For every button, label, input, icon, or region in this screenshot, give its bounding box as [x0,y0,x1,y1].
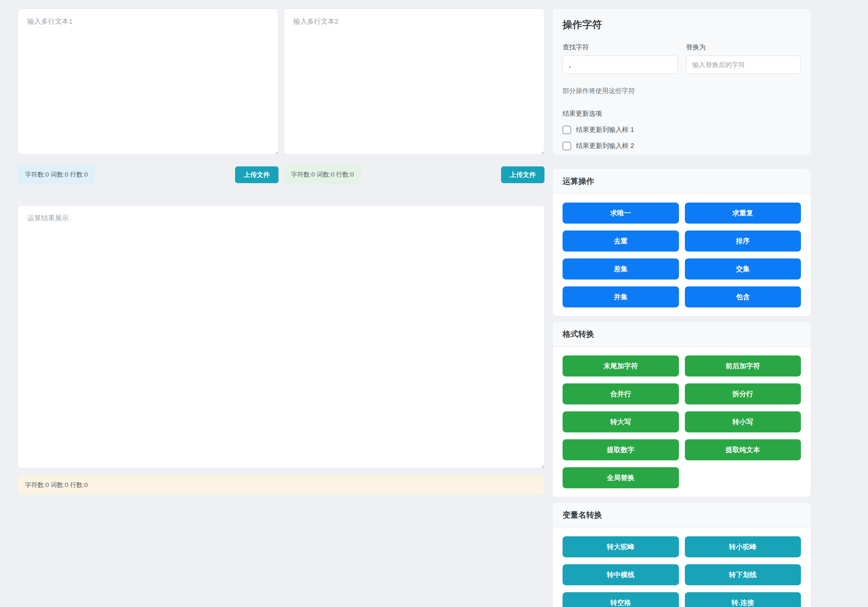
sidebar: 操作字符 查找字符 替换为 部分操作将使用这些字符 结果更新选项 结果更新到输入… [552,9,811,607]
result-output-textarea[interactable] [18,205,544,468]
upload-file-button-1[interactable]: 上传文件 [235,166,279,183]
variable-name-conversion-title: 变量名转换 [553,503,811,528]
action-button[interactable]: 合并行 [563,383,679,404]
action-button[interactable]: 求唯一 [563,203,679,224]
stats-badge-input2: 字符数:0 词数:0 行数:0 [284,165,361,184]
action-button[interactable]: 提取纯文本 [685,439,801,460]
action-button[interactable]: 转小写 [685,411,801,432]
section-card-format-conversion: 格式转换 末尾加字符前后加字符合并行拆分行转大写转小写提取数字提取纯文本全局替换 [552,321,811,497]
action-button[interactable]: 前后加字符 [685,356,801,377]
format-conversion-buttons: 末尾加字符前后加字符合并行拆分行转大写转小写提取数字提取纯文本全局替换 [553,347,811,497]
main-column: 字符数:0 词数:0 行数:0 上传文件 字符数:0 词数:0 行数:0 上传文… [18,9,544,607]
multiline-input-1[interactable] [18,9,279,155]
format-conversion-title: 格式转换 [553,321,811,347]
checkbox-input1-icon[interactable] [563,126,571,134]
char-operations-panel: 操作字符 查找字符 替换为 部分操作将使用这些字符 结果更新选项 结果更新到输入… [552,9,811,155]
find-field: 查找字符 [563,43,677,74]
char-operations-note: 部分操作将使用这些字符 [563,87,801,95]
action-button[interactable]: 求重复 [685,203,801,224]
action-button[interactable]: 转下划线 [685,564,801,585]
checkbox-input2-label: 结果更新到输入框 2 [576,141,634,150]
find-char-input[interactable] [563,56,677,74]
action-button[interactable]: 转空格 [563,592,679,607]
action-button[interactable]: 包含 [685,286,801,307]
input-column-1: 字符数:0 词数:0 行数:0 上传文件 [18,9,279,184]
multiline-input-2[interactable] [284,9,544,155]
app: 字符数:0 词数:0 行数:0 上传文件 字符数:0 词数:0 行数:0 上传文… [0,0,868,607]
action-button[interactable]: 并集 [563,286,679,307]
action-button[interactable]: 转中横线 [563,564,679,585]
section-card-set-operations: 运算操作 求唯一求重复去重排序差集交集并集包含 [552,168,811,316]
upload-file-button-2[interactable]: 上传文件 [501,166,544,183]
action-button[interactable]: 全局替换 [563,467,679,488]
variable-name-conversion-buttons: 转大驼峰转小驼峰转中横线转下划线转空格转.连接 [553,528,811,607]
result-update-options-label: 结果更新选项 [563,109,801,118]
action-button[interactable]: 末尾加字符 [563,356,679,377]
section-card-variable-name-conversion: 变量名转换 转大驼峰转小驼峰转中横线转下划线转空格转.连接 [552,502,811,607]
input-column-2: 字符数:0 词数:0 行数:0 上传文件 [284,9,544,184]
checkbox-input1-label: 结果更新到输入框 1 [576,125,634,134]
replace-field: 替换为 [686,43,801,74]
input2-toolbar: 字符数:0 词数:0 行数:0 上传文件 [284,165,544,184]
input1-toolbar: 字符数:0 词数:0 行数:0 上传文件 [18,165,279,184]
set-operations-buttons: 求唯一求重复去重排序差集交集并集包含 [553,194,811,316]
action-button[interactable]: 转大驼峰 [563,536,679,557]
replace-with-label: 替换为 [686,43,801,52]
action-button[interactable]: 转.连接 [685,592,801,607]
action-button[interactable]: 提取数字 [563,439,679,460]
update-to-input1-option[interactable]: 结果更新到输入框 1 [563,125,801,134]
action-button[interactable]: 差集 [563,258,679,279]
find-replace-fields: 查找字符 替换为 [563,43,801,74]
replace-char-input[interactable] [686,56,801,74]
action-button[interactable]: 去重 [563,230,679,251]
find-char-label: 查找字符 [563,43,677,52]
stats-badge-result: 字符数:0 词数:0 行数:0 [18,475,544,495]
set-operations-title: 运算操作 [553,169,811,194]
checkbox-input2-icon[interactable] [563,142,571,150]
action-button[interactable]: 拆分行 [685,383,801,404]
char-operations-title: 操作字符 [563,18,801,31]
action-button[interactable]: 排序 [685,230,801,251]
input-textareas-row: 字符数:0 词数:0 行数:0 上传文件 字符数:0 词数:0 行数:0 上传文… [18,9,544,184]
stats-badge-input1: 字符数:0 词数:0 行数:0 [18,165,95,184]
action-button[interactable]: 转小驼峰 [685,536,801,557]
update-to-input2-option[interactable]: 结果更新到输入框 2 [563,141,801,150]
action-button[interactable]: 交集 [685,258,801,279]
action-button[interactable]: 转大写 [563,411,679,432]
